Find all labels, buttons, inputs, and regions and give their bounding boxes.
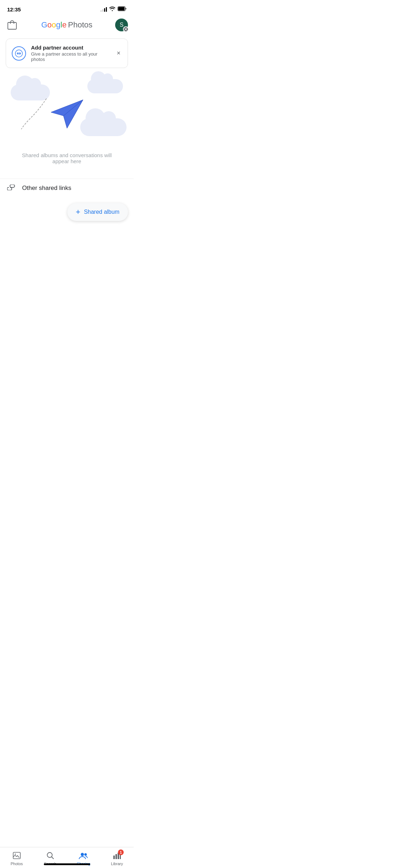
partner-banner[interactable]: Add partner account Give a partner acces… — [6, 38, 128, 68]
avatar[interactable]: S — [115, 19, 128, 31]
cloud-right-top — [87, 79, 123, 93]
link-icon — [7, 185, 16, 192]
paper-plane — [47, 98, 87, 131]
top-nav: Google Photos S — [0, 16, 134, 36]
status-time: 12:35 — [7, 6, 21, 12]
fab-plus-icon: + — [76, 208, 81, 216]
battery-icon — [118, 6, 127, 12]
partner-text: Add partner account Give a partner acces… — [31, 45, 110, 62]
shared-album-button[interactable]: + Shared album — [67, 203, 128, 221]
partner-title: Add partner account — [31, 45, 110, 51]
app-logo: Google Photos — [41, 20, 93, 30]
svg-marker-6 — [51, 100, 83, 128]
fab-area: + Shared album — [0, 197, 134, 227]
partner-close-button[interactable]: × — [115, 48, 122, 58]
status-icons — [101, 6, 127, 12]
empty-state-illustration — [0, 74, 134, 145]
shared-links-label: Other shared links — [22, 185, 71, 192]
empty-state-text: Shared albums and conversations will app… — [0, 145, 134, 179]
svg-rect-1 — [118, 7, 125, 11]
svg-rect-2 — [8, 22, 16, 29]
shared-links-section[interactable]: Other shared links — [0, 179, 134, 197]
shop-icon[interactable] — [6, 19, 19, 31]
partner-icon — [12, 46, 26, 61]
partner-subtitle: Give a partner access to all your photos — [31, 51, 110, 62]
status-bar: 12:35 — [0, 0, 134, 16]
avatar-badge — [123, 26, 129, 32]
signal-icon — [101, 7, 107, 12]
wifi-icon — [109, 6, 115, 12]
cloud-right-bottom — [80, 118, 127, 136]
fab-label: Shared album — [84, 209, 119, 215]
